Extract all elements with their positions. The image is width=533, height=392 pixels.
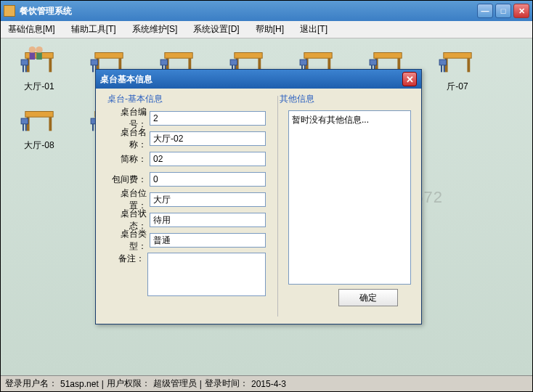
menu-settings[interactable]: 系统设置[D] bbox=[190, 22, 242, 37]
maximize-button[interactable]: □ bbox=[495, 4, 511, 18]
privilege-value: 超级管理员 bbox=[153, 377, 197, 390]
menu-tools[interactable]: 辅助工具[T] bbox=[68, 22, 119, 37]
menu-basic-info[interactable]: 基础信息[M] bbox=[5, 22, 58, 37]
desk-label: 大厅-01 bbox=[24, 81, 54, 93]
close-button[interactable]: ✕ bbox=[513, 4, 529, 18]
svg-rect-48 bbox=[49, 117, 52, 131]
menubar: 基础信息[M] 辅助工具[T] 系统维护[S] 系统设置[D] 帮助[H] 退出… bbox=[1, 21, 532, 38]
svg-rect-42 bbox=[467, 58, 470, 72]
svg-point-8 bbox=[36, 46, 43, 54]
room-fee-input[interactable] bbox=[150, 172, 266, 187]
svg-rect-19 bbox=[160, 60, 168, 65]
location-input[interactable] bbox=[150, 192, 266, 207]
basic-info-group: 桌台-基本信息 桌台编号： 桌台名称： 简称： 包间费： bbox=[106, 96, 266, 317]
menu-help[interactable]: 帮助[H] bbox=[253, 22, 287, 37]
other-info-panel: 暂时没有其他信息... bbox=[288, 110, 411, 285]
svg-rect-4 bbox=[23, 65, 24, 73]
svg-rect-51 bbox=[25, 124, 27, 131]
svg-rect-49 bbox=[21, 118, 28, 124]
svg-rect-56 bbox=[92, 124, 94, 131]
svg-rect-34 bbox=[374, 53, 402, 59]
table-icon bbox=[18, 44, 60, 78]
svg-point-6 bbox=[29, 46, 36, 54]
login-time-label: 登录时间： bbox=[205, 377, 248, 390]
other-info-text: 暂时没有其他信息... bbox=[292, 115, 369, 125]
svg-rect-40 bbox=[444, 53, 471, 59]
svg-rect-7 bbox=[30, 53, 36, 60]
desk-item[interactable]: 斤-07 bbox=[429, 44, 486, 93]
separator: | bbox=[102, 379, 104, 389]
svg-rect-31 bbox=[300, 60, 307, 65]
desk-item[interactable]: 大厅-01 bbox=[11, 44, 68, 93]
type-input[interactable] bbox=[150, 233, 266, 248]
svg-rect-22 bbox=[235, 53, 262, 59]
login-time-value: 2015-4-3 bbox=[251, 379, 286, 389]
svg-rect-46 bbox=[25, 112, 53, 118]
table-name-input[interactable] bbox=[150, 131, 266, 146]
ok-button[interactable]: 确定 bbox=[338, 289, 398, 306]
svg-rect-28 bbox=[304, 53, 332, 59]
svg-rect-14 bbox=[92, 65, 94, 73]
dialog-title: 桌台基本信息 bbox=[100, 73, 402, 86]
svg-rect-37 bbox=[370, 60, 377, 65]
login-user-label: 登录用户名： bbox=[5, 377, 57, 390]
svg-rect-5 bbox=[25, 65, 27, 73]
table-icon bbox=[18, 103, 60, 136]
window-title: 餐饮管理系统 bbox=[20, 5, 477, 17]
svg-rect-44 bbox=[441, 65, 442, 73]
menu-maintain[interactable]: 系统维护[S] bbox=[129, 22, 181, 37]
other-info-group: 其他信息 暂时没有其他信息... 确定 bbox=[277, 96, 411, 317]
other-info-legend: 其他信息 bbox=[280, 93, 314, 105]
main-titlebar: 餐饮管理系统 — □ ✕ bbox=[1, 1, 532, 21]
room-fee-label: 包间费： bbox=[106, 173, 147, 186]
svg-rect-13 bbox=[91, 60, 98, 65]
table-number-input[interactable] bbox=[150, 111, 266, 126]
table-info-dialog: 桌台基本信息 ✕ 桌台-基本信息 桌台编号： 桌台名称： 简称： bbox=[95, 69, 422, 324]
svg-rect-16 bbox=[165, 53, 192, 59]
svg-rect-45 bbox=[444, 65, 445, 73]
desk-item[interactable]: 大厅-08 bbox=[11, 103, 68, 152]
remark-label: 备注： bbox=[106, 253, 145, 265]
desk-label: 大厅-08 bbox=[24, 139, 54, 152]
basic-info-legend: 桌台-基本信息 bbox=[107, 93, 163, 105]
privilege-label: 用户权限： bbox=[107, 377, 150, 390]
login-user-value: 51asp.net bbox=[60, 379, 99, 389]
remark-textarea[interactable] bbox=[147, 253, 266, 296]
svg-rect-9 bbox=[36, 53, 42, 60]
svg-rect-25 bbox=[230, 60, 237, 65]
table-name-label: 桌台名称： bbox=[106, 126, 147, 151]
desk-label: 斤-07 bbox=[447, 81, 468, 93]
svg-rect-43 bbox=[439, 60, 447, 65]
statusbar: 登录用户名： 51asp.net | 用户权限： 超级管理员 | 登录时间： 2… bbox=[1, 375, 532, 391]
table-icon bbox=[436, 44, 479, 78]
short-name-input[interactable] bbox=[150, 152, 266, 166]
type-label: 桌台类型： bbox=[106, 228, 147, 253]
menu-exit[interactable]: 退出[T] bbox=[297, 22, 330, 37]
app-icon bbox=[4, 5, 15, 17]
svg-rect-3 bbox=[21, 60, 28, 65]
svg-rect-2 bbox=[49, 58, 52, 72]
minimize-button[interactable]: — bbox=[477, 4, 493, 18]
svg-rect-10 bbox=[95, 53, 123, 59]
short-name-label: 简称： bbox=[106, 153, 147, 166]
separator: | bbox=[200, 379, 202, 389]
dialog-close-button[interactable]: ✕ bbox=[402, 72, 417, 86]
svg-rect-50 bbox=[23, 124, 24, 131]
dialog-titlebar[interactable]: 桌台基本信息 ✕ bbox=[96, 70, 421, 89]
status-input[interactable] bbox=[150, 213, 266, 227]
